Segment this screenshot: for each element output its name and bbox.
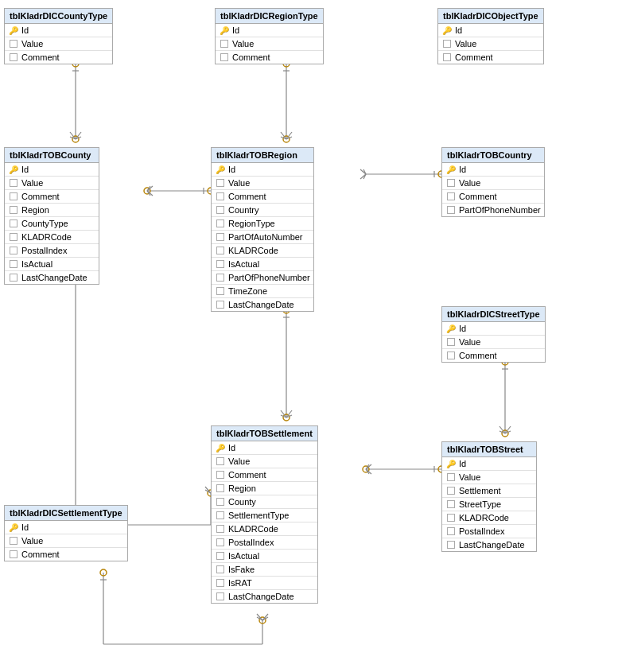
key-icon: 🔑 xyxy=(8,164,19,175)
table-tblKladrTOBRegion: tblKladrTOBRegion🔑IdValueCommentCountryR… xyxy=(211,147,314,312)
key-icon: 🔑 xyxy=(8,25,19,36)
table-row: Value xyxy=(438,37,543,51)
key-icon: 🔑 xyxy=(441,25,453,36)
table-header-tblKladrDICStreetType: tblKladrDICStreetType xyxy=(442,307,545,322)
field-name: Value xyxy=(459,178,480,188)
svg-line-17 xyxy=(286,137,292,139)
svg-line-15 xyxy=(286,132,292,139)
field-name: PartOfPhoneNumber xyxy=(228,273,310,282)
field-icon xyxy=(445,336,457,348)
field-icon xyxy=(8,535,19,546)
field-icon xyxy=(441,38,453,49)
table-header-tblKladrTOBRegion: tblKladrTOBRegion xyxy=(212,148,313,163)
key-icon: 🔑 xyxy=(219,25,230,36)
field-name: Id xyxy=(21,165,29,174)
field-name: Value xyxy=(459,337,480,347)
svg-line-39 xyxy=(281,415,286,418)
svg-line-28 xyxy=(147,191,153,196)
svg-point-4 xyxy=(72,136,79,142)
table-row: LastChangeDate xyxy=(5,271,99,284)
table-row: 🔑Id xyxy=(216,24,323,37)
field-name: Value xyxy=(455,39,476,49)
field-icon xyxy=(215,591,226,602)
table-tblKladrDICObjectType: tblKladrDICObjectType🔑IdValueComment xyxy=(437,8,544,64)
field-name: KLADRCode xyxy=(21,232,72,242)
table-row: 🔑Id xyxy=(5,24,112,37)
table-row: KLADRCode xyxy=(5,231,99,244)
field-icon xyxy=(8,38,19,49)
field-name: Id xyxy=(459,324,466,333)
key-icon: 🔑 xyxy=(445,164,457,175)
table-row: PostalIndex xyxy=(212,536,317,550)
svg-line-38 xyxy=(286,410,292,418)
field-icon xyxy=(215,456,226,467)
svg-line-73 xyxy=(257,614,262,620)
table-row: Comment xyxy=(442,190,544,204)
table-row: 🔑Id xyxy=(442,457,536,471)
field-name: Comment xyxy=(228,470,266,480)
field-name: Value xyxy=(21,39,43,49)
field-name: StreetType xyxy=(459,499,501,509)
field-icon xyxy=(445,499,457,510)
field-icon xyxy=(215,218,226,229)
table-row: Value xyxy=(5,534,127,548)
field-name: KLADRCode xyxy=(228,524,278,534)
svg-line-74 xyxy=(262,614,268,620)
field-name: Value xyxy=(228,178,250,188)
field-name: County xyxy=(228,497,256,507)
table-row: Value xyxy=(5,37,112,51)
table-header-tblKladrTOBCountry: tblKladrTOBCountry xyxy=(442,148,544,163)
table-row: Settlement xyxy=(442,484,536,498)
svg-line-21 xyxy=(360,174,366,179)
field-name: PartOfAutoNumber xyxy=(228,232,303,242)
table-row: KLADRCode xyxy=(212,522,317,536)
field-name: Value xyxy=(228,456,250,466)
svg-point-12 xyxy=(283,136,290,142)
table-tblKladrDICCountyType: tblKladrDICCountyType🔑IdValueComment xyxy=(4,8,113,64)
svg-point-70 xyxy=(100,569,107,576)
field-icon xyxy=(215,204,226,216)
table-row: CountyType xyxy=(5,217,99,231)
table-tblKladrDICStreetType: tblKladrDICStreetType🔑IdValueComment xyxy=(441,306,546,363)
field-name: Value xyxy=(232,39,254,49)
field-icon xyxy=(8,272,19,283)
field-name: KLADRCode xyxy=(459,513,509,522)
field-icon xyxy=(8,218,19,229)
field-name: Region xyxy=(21,205,49,215)
svg-point-60 xyxy=(363,466,369,472)
field-name: Region xyxy=(228,484,256,493)
field-icon xyxy=(215,496,226,507)
field-name: Id xyxy=(228,165,235,174)
table-row: KLADRCode xyxy=(442,511,536,525)
svg-line-57 xyxy=(499,431,505,433)
svg-line-29 xyxy=(147,186,150,191)
field-icon xyxy=(219,52,230,63)
diagram-canvas: tblKladrDICCountyType🔑IdValueCommenttblK… xyxy=(0,0,618,672)
field-name: Comment xyxy=(21,52,60,62)
svg-line-6 xyxy=(70,132,76,139)
table-row: LastChangeDate xyxy=(442,538,536,551)
field-icon xyxy=(445,350,457,361)
field-name: IsFake xyxy=(228,565,255,574)
table-tblKladrTOBSettlement: tblKladrTOBSettlement🔑IdValueCommentRegi… xyxy=(211,425,318,604)
table-row: Comment xyxy=(216,51,323,64)
key-icon: 🔑 xyxy=(445,458,457,469)
table-header-tblKladrDICCountyType: tblKladrDICCountyType xyxy=(5,9,112,24)
table-row: Comment xyxy=(212,468,317,482)
svg-line-76 xyxy=(262,617,268,620)
svg-line-7 xyxy=(76,132,81,139)
field-icon xyxy=(215,523,226,534)
field-icon xyxy=(445,512,457,523)
svg-line-47 xyxy=(205,487,211,493)
field-name: Id xyxy=(459,459,466,468)
table-row: Comment xyxy=(5,190,99,204)
key-icon: 🔑 xyxy=(215,442,226,453)
table-row: PartOfPhoneNumber xyxy=(442,204,544,216)
field-name: IsRAT xyxy=(228,578,252,588)
field-icon xyxy=(215,286,226,297)
field-icon xyxy=(445,177,457,188)
table-row: IsActual xyxy=(5,258,99,271)
field-name: Value xyxy=(21,178,43,188)
table-row: Value xyxy=(442,336,545,349)
table-row: Country xyxy=(212,204,313,217)
